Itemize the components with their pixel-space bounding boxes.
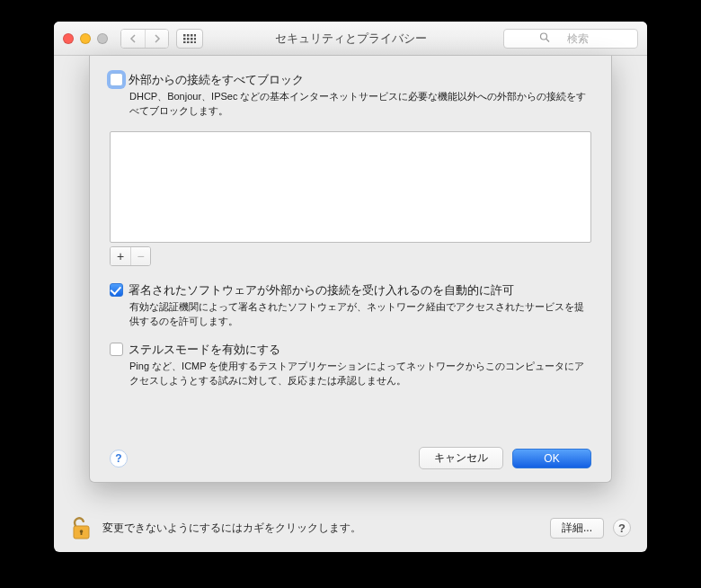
add-remove-group: + − bbox=[110, 246, 151, 266]
svg-rect-7 bbox=[194, 38, 196, 40]
block-all-checkbox[interactable] bbox=[110, 73, 123, 86]
help-button[interactable]: ? bbox=[613, 519, 631, 537]
show-all-button[interactable] bbox=[176, 29, 203, 49]
svg-rect-2 bbox=[191, 34, 193, 37]
svg-rect-11 bbox=[194, 41, 196, 43]
svg-rect-8 bbox=[183, 41, 186, 43]
svg-rect-9 bbox=[187, 41, 190, 43]
search-field-wrap bbox=[503, 29, 638, 49]
traffic-lights bbox=[63, 33, 108, 44]
minimize-window-icon[interactable] bbox=[80, 33, 91, 44]
stealth-label: ステルスモードを有効にする bbox=[129, 342, 280, 358]
back-button[interactable] bbox=[121, 30, 145, 48]
svg-rect-0 bbox=[183, 34, 186, 37]
nav-back-forward bbox=[120, 29, 169, 49]
stealth-desc: Ping など、ICMP を使用するテストアプリケーションによってネットワークか… bbox=[129, 360, 591, 388]
auto-allow-checkbox[interactable] bbox=[110, 283, 123, 297]
add-button[interactable]: + bbox=[111, 247, 130, 265]
preferences-window: セキュリティとプライバシー 変更できないようにするにはカギをクリックします。 詳… bbox=[54, 22, 647, 552]
firewall-options-sheet: 外部からの接続をすべてブロック DHCP、Bonjour、IPSec などの基本… bbox=[89, 56, 612, 483]
svg-rect-6 bbox=[191, 38, 193, 40]
svg-rect-5 bbox=[187, 38, 190, 40]
grid-icon bbox=[183, 34, 196, 43]
advanced-button[interactable]: 詳細... bbox=[550, 518, 604, 539]
search-input[interactable] bbox=[503, 29, 638, 49]
sheet-help-button[interactable]: ? bbox=[110, 450, 128, 468]
unlocked-padlock-icon[interactable] bbox=[70, 514, 93, 541]
close-window-icon[interactable] bbox=[63, 33, 74, 44]
svg-rect-16 bbox=[81, 531, 83, 535]
block-all-label: 外部からの接続をすべてブロック bbox=[129, 72, 304, 88]
auto-allow-label: 署名されたソフトウェアが外部からの接続を受け入れるのを自動的に許可 bbox=[129, 282, 514, 298]
auto-allow-desc: 有効な認証機関によって署名されたソフトウェアが、ネットワーク経由でアクセスされた… bbox=[129, 300, 591, 329]
window-titlebar: セキュリティとプライバシー bbox=[54, 22, 647, 56]
svg-rect-10 bbox=[191, 41, 193, 43]
svg-rect-3 bbox=[194, 34, 196, 37]
block-all-desc: DHCP、Bonjour、IPSec などの基本インターネットサービスに必要な機… bbox=[129, 90, 591, 119]
sheet-footer: ? キャンセル OK bbox=[110, 447, 591, 469]
lock-bar: 変更できないようにするにはカギをクリックします。 詳細... ? bbox=[70, 514, 631, 541]
chevron-left-icon bbox=[129, 34, 137, 43]
svg-rect-1 bbox=[187, 34, 190, 37]
cancel-button[interactable]: キャンセル bbox=[419, 447, 503, 469]
auto-allow-option: 署名されたソフトウェアが外部からの接続を受け入れるのを自動的に許可 有効な認証機… bbox=[110, 282, 591, 329]
zoom-window-icon bbox=[97, 33, 108, 44]
stealth-option: ステルスモードを有効にする Ping など、ICMP を使用するテストアプリケー… bbox=[110, 342, 591, 388]
remove-button[interactable]: − bbox=[130, 247, 150, 265]
block-all-option: 外部からの接続をすべてブロック DHCP、Bonjour、IPSec などの基本… bbox=[110, 72, 591, 119]
forward-button[interactable] bbox=[145, 30, 168, 48]
svg-rect-4 bbox=[183, 38, 186, 40]
stealth-checkbox[interactable] bbox=[110, 343, 123, 356]
lock-text: 変更できないようにするにはカギをクリックします。 bbox=[102, 521, 541, 536]
chevron-right-icon bbox=[154, 34, 161, 43]
ok-button[interactable]: OK bbox=[512, 449, 591, 468]
app-list[interactable] bbox=[110, 131, 591, 243]
